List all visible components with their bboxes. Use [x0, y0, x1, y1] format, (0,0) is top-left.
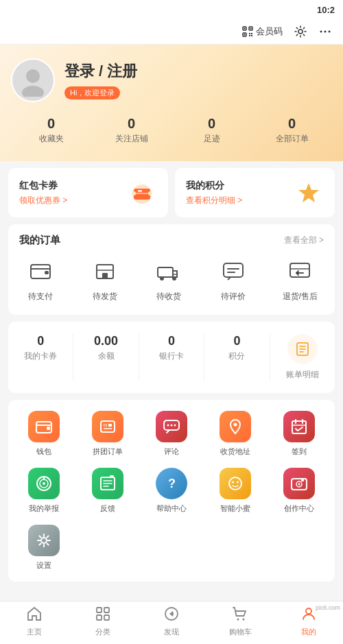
svg-point-29 — [172, 276, 176, 281]
menu-ai[interactable]: 智能小蜜 — [204, 468, 265, 514]
status-bar: 10:2 — [0, 0, 343, 19]
order-title: 我的订单 — [19, 234, 60, 247]
svg-point-11 — [320, 31, 322, 33]
menu-help[interactable]: ? 帮助中心 — [141, 468, 202, 514]
stat-footprint[interactable]: 0 足迹 — [172, 116, 252, 145]
finance-row: 0 我的卡券 0.00 余额 0 银行卡 0 积分 — [8, 331, 335, 383]
gear-icon — [294, 25, 307, 38]
menu-creator[interactable]: 创作中心 — [268, 468, 329, 514]
svg-rect-6 — [249, 33, 250, 34]
order-return[interactable]: 退货/售后 — [276, 254, 324, 305]
points-icon — [294, 178, 324, 208]
svg-rect-18 — [134, 193, 150, 194]
report-icon — [35, 475, 53, 492]
order-pending-ship[interactable]: 待发货 — [83, 254, 127, 305]
svg-rect-24 — [45, 271, 49, 274]
svg-point-15 — [22, 86, 44, 97]
more-btn[interactable] — [318, 25, 332, 38]
stat-all-orders[interactable]: 0 全部订单 — [252, 116, 332, 145]
svg-point-79 — [237, 619, 239, 621]
svg-rect-26 — [102, 273, 108, 278]
coupon-card[interactable]: 红包卡券 领取优惠券 > — [8, 168, 168, 217]
svg-point-80 — [243, 619, 245, 621]
menu-feedback[interactable]: 反馈 — [78, 468, 139, 514]
finance-bill[interactable]: 账单明细 — [270, 331, 335, 383]
finance-balance[interactable]: 0.00 余额 — [73, 331, 138, 383]
svg-rect-41 — [101, 421, 115, 432]
svg-point-57 — [43, 482, 45, 485]
watermark: pic6.com — [316, 604, 340, 611]
svg-rect-27 — [158, 267, 173, 277]
nav-discover[interactable]: 发现 — [137, 606, 206, 637]
menu-comment[interactable]: 评论 — [141, 411, 202, 457]
bottom-nav: 主页 分类 发现 购物车 — [0, 601, 343, 644]
avatar-image — [16, 64, 49, 97]
svg-rect-4 — [250, 28, 252, 29]
settings-menu-icon — [35, 532, 53, 549]
svg-point-19 — [132, 191, 136, 195]
qr-icon — [242, 26, 253, 37]
order-pending-pay[interactable]: 待支付 — [19, 254, 62, 305]
svg-point-72 — [41, 538, 47, 543]
help-icon: ? — [163, 475, 180, 492]
order-pending-receive[interactable]: 待收货 — [147, 254, 191, 305]
coupon-icon — [127, 178, 157, 208]
stats-row: 0 收藏夹 0 关注店铺 0 足迹 0 全部订单 — [11, 116, 332, 145]
menu-checkin[interactable]: 签到 — [268, 411, 329, 457]
menu-address[interactable]: 收货地址 — [204, 411, 265, 457]
finance-bank[interactable]: 0 银行卡 — [139, 331, 204, 383]
svg-rect-51 — [292, 421, 306, 433]
svg-rect-8 — [249, 35, 250, 36]
comment-menu-icon — [163, 418, 180, 436]
svg-rect-75 — [97, 615, 102, 620]
category-icon — [95, 606, 111, 625]
svg-point-28 — [160, 276, 164, 281]
svg-text:拼: 拼 — [103, 423, 107, 427]
points-card[interactable]: 我的积分 查看积分明细 > — [175, 168, 335, 217]
svg-point-47 — [167, 425, 169, 427]
svg-point-71 — [298, 484, 300, 486]
creator-icon — [290, 475, 308, 492]
menu-group-buy[interactable]: 拼 拼团订单 — [78, 411, 139, 457]
menu-report[interactable]: 我的举报 — [14, 468, 75, 514]
checkin-icon — [290, 418, 308, 436]
svg-point-65 — [229, 477, 241, 490]
svg-rect-21 — [138, 190, 142, 192]
settings-btn[interactable] — [294, 25, 307, 38]
svg-point-50 — [233, 423, 237, 427]
order-section: 我的订单 查看全部 > 待支付 待发货 — [8, 224, 335, 315]
svg-rect-5 — [244, 34, 246, 36]
svg-point-20 — [148, 191, 152, 195]
menu-wallet[interactable]: 钱包 — [14, 411, 75, 457]
cards-row: 红包卡券 领取优惠券 > 我的积分 查看积分明细 > — [8, 168, 335, 217]
svg-point-66 — [232, 481, 234, 484]
order-pending-review[interactable]: 待评价 — [211, 254, 255, 305]
finance-coupons[interactable]: 0 我的卡券 — [8, 331, 73, 383]
stat-followed[interactable]: 0 关注店铺 — [91, 116, 172, 145]
finance-section: 0 我的卡券 0.00 余额 0 银行卡 0 积分 — [8, 322, 335, 393]
svg-point-48 — [170, 425, 172, 427]
svg-rect-9 — [251, 35, 252, 36]
stat-favorites[interactable]: 0 收藏夹 — [11, 116, 91, 145]
nav-home[interactable]: 主页 — [0, 606, 69, 637]
welcome-tag: Hi，欢迎登录 — [64, 86, 120, 99]
nav-category[interactable]: 分类 — [69, 606, 137, 637]
member-code-btn[interactable]: 会员码 — [242, 25, 283, 38]
ai-icon — [226, 475, 244, 492]
finance-points[interactable]: 0 积分 — [204, 331, 269, 383]
app-header: 会员码 — [0, 19, 343, 45]
menu-settings[interactable]: 设置 — [14, 525, 75, 571]
member-code-label: 会员码 — [256, 25, 283, 38]
nav-cart[interactable]: 购物车 — [206, 606, 274, 637]
svg-rect-3 — [244, 28, 246, 29]
svg-rect-40 — [47, 427, 50, 430]
view-all-orders[interactable]: 查看全部 > — [284, 235, 324, 246]
address-icon — [226, 418, 244, 436]
avatar[interactable] — [11, 58, 55, 102]
profile-name[interactable]: 登录 / 注册 — [64, 61, 332, 82]
return-icon — [287, 259, 312, 284]
wallet-icon — [28, 259, 53, 284]
svg-point-81 — [306, 608, 311, 614]
svg-point-14 — [26, 69, 40, 83]
mine-icon — [300, 606, 317, 625]
